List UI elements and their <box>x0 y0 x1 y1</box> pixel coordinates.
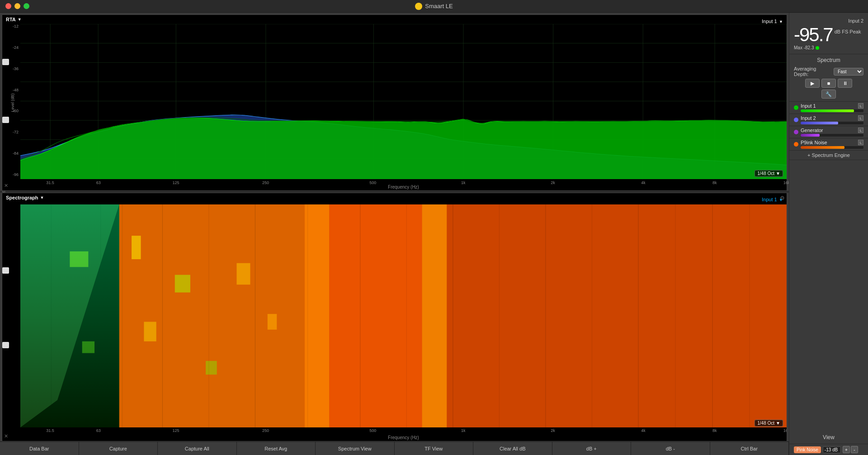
db-plus-button[interactable]: dB + <box>552 442 632 455</box>
spectro-level-slider-bot[interactable] <box>2 342 9 348</box>
titlebar: Smaart LE <box>0 0 868 13</box>
pink-noise-dot <box>794 142 798 147</box>
play-button[interactable]: ▶ <box>805 79 820 88</box>
spectro-x-axis: 31.5 63 125 250 500 1k 2k 4k 8k 16k Freq… <box>20 428 787 441</box>
spectro-canvas <box>20 204 787 427</box>
generator-dot <box>794 130 798 134</box>
db-display-section: Input 2 -95.7 dB FS Peak Max -82.3 <box>789 13 868 54</box>
tf-view-button[interactable]: TF View <box>395 442 474 455</box>
input1-dot <box>794 105 798 110</box>
rta-label: RTA <box>6 17 16 22</box>
app-icon <box>415 3 422 10</box>
ctrl-bar-button[interactable]: Ctrl Bar <box>710 442 789 455</box>
view-section: View <box>789 430 868 444</box>
pink-noise-controls: Pink Noise + - <box>789 444 868 455</box>
pink-noise-meter-fill <box>801 146 844 149</box>
generator-meter-fill <box>801 134 820 137</box>
input2-toggle[interactable]: L <box>858 115 863 121</box>
spectro-label: Spectrograph <box>6 195 38 200</box>
input1-toggle[interactable]: L <box>858 103 863 109</box>
svg-rect-26 <box>422 204 447 427</box>
input2-name: Input 2 <box>801 115 858 121</box>
spectrum-title: Spectrum <box>794 57 863 63</box>
close-button[interactable] <box>5 3 11 9</box>
settings-wrench-button[interactable]: 🔧 <box>821 90 836 99</box>
rta-header: RTA ▼ <box>6 17 22 22</box>
rta-level-slider-bot[interactable] <box>2 117 9 123</box>
rta-spectrum-svg <box>20 24 787 179</box>
input1-meter <box>801 109 863 112</box>
averaging-depth-select[interactable]: Fast Slow Medium <box>834 68 863 76</box>
rta-x-title: Frequency (Hz) <box>388 185 419 190</box>
averaging-depth-label: Averaging Depth: <box>794 66 831 77</box>
main-layout: RTA ▼ Input 1 ▼ -12 -24 -36 -48 -60 -72 … <box>0 13 868 455</box>
spectro-dropdown-arrow[interactable]: ▼ <box>40 195 44 200</box>
svg-rect-23 <box>119 204 305 427</box>
svg-rect-34 <box>268 314 277 330</box>
pause-button[interactable]: ⏸ <box>838 79 852 88</box>
spectro-x-title: Frequency (Hz) <box>388 435 419 440</box>
averaging-depth-row: Averaging Depth: Fast Slow Medium <box>794 66 863 77</box>
db-input-label: Input 2 <box>848 18 863 24</box>
svg-rect-33 <box>236 263 250 285</box>
minimize-button[interactable] <box>14 3 20 9</box>
generator-toggle[interactable]: L <box>858 128 863 133</box>
db-display: -95.7 dB FS Peak <box>794 25 863 44</box>
generator-meter <box>801 134 863 137</box>
db-minus-button[interactable]: dB - <box>631 442 710 455</box>
panels-area: RTA ▼ Input 1 ▼ -12 -24 -36 -48 -60 -72 … <box>0 13 789 455</box>
rta-input-arrow[interactable]: ▼ <box>779 19 783 24</box>
sidebar-spacer <box>789 160 868 430</box>
input1-meter-fill <box>801 109 854 112</box>
capture-all-button[interactable]: Capture All <box>158 442 237 455</box>
svg-rect-24 <box>305 204 330 427</box>
plus-button[interactable]: + <box>843 446 850 453</box>
spectro-oct-badge[interactable]: 1/48 Oct ▼ <box>755 420 783 427</box>
clear-all-db-button[interactable]: Clear All dB <box>473 442 552 455</box>
input2-meter <box>801 122 863 124</box>
rta-oct-badge[interactable]: 1/48 Oct ▼ <box>755 170 783 177</box>
db-value: -95.7 <box>794 25 833 44</box>
db-unit: dB FS Peak <box>835 29 861 34</box>
rta-input-label[interactable]: Input 1 ▼ <box>762 17 783 25</box>
capture-button[interactable]: Capture <box>79 442 158 455</box>
db-max-dot <box>816 46 819 50</box>
rta-chart-canvas <box>20 24 787 179</box>
data-bar-button[interactable]: Data Bar <box>0 442 79 455</box>
spectrum-view-button[interactable]: Spectrum View <box>316 442 395 455</box>
stop-button[interactable]: ■ <box>821 79 836 88</box>
svg-rect-53 <box>20 204 119 427</box>
reset-avg-button[interactable]: Reset Avg <box>237 442 316 455</box>
generator-name: Generator <box>801 128 858 133</box>
rta-dropdown-arrow[interactable]: ▼ <box>18 17 22 22</box>
maximize-button[interactable] <box>24 3 29 9</box>
pink-noise-db-input[interactable] <box>823 446 841 453</box>
app-title: Smaart LE <box>415 3 453 10</box>
spectro-level-slider-top[interactable] <box>2 267 9 274</box>
transport-controls: ▶ ■ ⏸ <box>794 79 863 88</box>
minus-button[interactable]: - <box>851 446 858 453</box>
input2-dot <box>794 118 798 122</box>
svg-rect-32 <box>206 361 217 374</box>
pink-noise-button[interactable]: Pink Noise <box>794 446 821 453</box>
db-max: Max -82.3 <box>794 45 863 50</box>
bottom-toolbar: Data Bar Capture Capture All Reset Avg S… <box>0 441 789 455</box>
spectro-heatmap-svg <box>20 204 787 427</box>
spectro-close-icon[interactable]: ✕ <box>4 433 8 439</box>
pink-noise-toggle[interactable]: L <box>858 140 863 145</box>
input2-channel-row: Input 2 L <box>789 114 868 126</box>
right-sidebar: Input 2 -95.7 dB FS Peak Max -82.3 Spect… <box>789 13 868 455</box>
svg-rect-25 <box>329 204 422 427</box>
pink-noise-meter <box>801 146 863 149</box>
rta-level-slider-top[interactable] <box>2 59 9 65</box>
spectro-header: Spectrograph ▼ <box>6 195 44 200</box>
add-spectrum-engine-button[interactable]: + Spectrum Engine <box>789 151 868 160</box>
generator-channel-row: Generator L <box>789 126 868 138</box>
rta-close-icon[interactable]: ✕ <box>4 183 8 189</box>
rta-level-label: Level (dB) <box>10 93 15 112</box>
svg-rect-31 <box>175 275 190 293</box>
svg-rect-29 <box>132 236 141 259</box>
spectro-settings-icon[interactable]: ⚙ <box>780 195 785 201</box>
view-label: View <box>823 434 835 441</box>
rta-x-axis: 31.5 63 125 250 500 1k 2k 4k 8k 16k Freq… <box>20 180 787 190</box>
